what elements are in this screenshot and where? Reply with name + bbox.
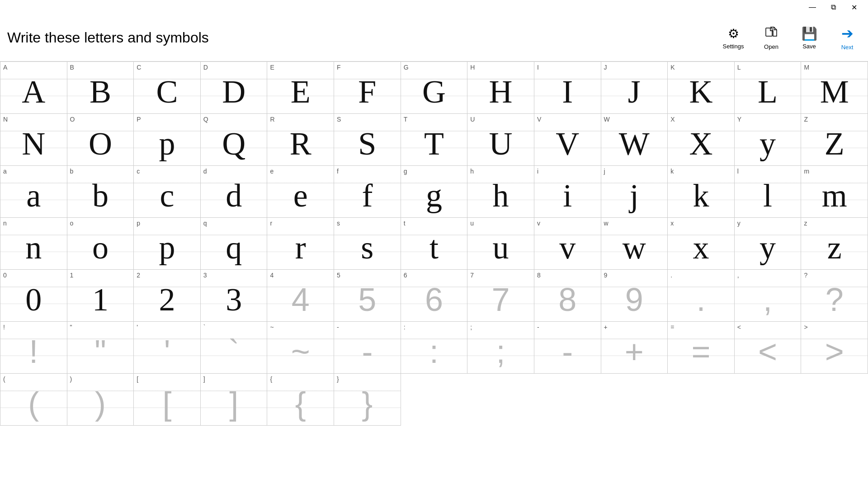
cell-label: ! xyxy=(3,324,5,331)
cell-sym[interactable]: {{ xyxy=(267,374,334,426)
cell-M[interactable]: MM xyxy=(801,62,868,114)
cell-sym[interactable]: [[ xyxy=(134,374,201,426)
cell-G[interactable]: GG xyxy=(401,62,468,114)
cell-sym[interactable]: ?? xyxy=(801,270,868,322)
open-action[interactable]: Open xyxy=(758,26,785,50)
cell-n[interactable]: nn xyxy=(0,218,67,270)
cell-6[interactable]: 66 xyxy=(401,270,468,322)
cell-W[interactable]: WW xyxy=(601,114,668,166)
cell-e[interactable]: ee xyxy=(267,166,334,218)
cell-N[interactable]: NN xyxy=(0,114,67,166)
cell-B[interactable]: BB xyxy=(67,62,134,114)
cell-sym[interactable]: )) xyxy=(67,374,134,426)
cell-C[interactable]: CC xyxy=(134,62,201,114)
cell-Q[interactable]: QQ xyxy=(201,114,268,166)
letters-grid: AABBCCDDEEFFGGHHIIJJKKLLMMNNOOPpQQRRSSTT… xyxy=(0,61,868,426)
cell-sym[interactable]: == xyxy=(668,322,735,374)
cell-s[interactable]: ss xyxy=(334,218,401,270)
cell-sym[interactable]: >> xyxy=(801,322,868,374)
cell-o[interactable]: oo xyxy=(67,218,134,270)
cell-D[interactable]: DD xyxy=(201,62,268,114)
cell-H[interactable]: HH xyxy=(467,62,534,114)
cell-p[interactable]: pp xyxy=(134,218,201,270)
cell-sym[interactable]: ++ xyxy=(601,322,668,374)
cell-sym[interactable]: << xyxy=(735,322,802,374)
cell-i[interactable]: ii xyxy=(534,166,601,218)
cell-label: o xyxy=(70,220,74,227)
cell-3[interactable]: 33 xyxy=(201,270,268,322)
cell-m[interactable]: mm xyxy=(801,166,868,218)
cell-2[interactable]: 22 xyxy=(134,270,201,322)
cell-K[interactable]: KK xyxy=(668,62,735,114)
cell-Y[interactable]: Yy xyxy=(735,114,802,166)
cell-l[interactable]: ll xyxy=(735,166,802,218)
cell-sym[interactable]: '' xyxy=(134,322,201,374)
cell-sym[interactable]: :: xyxy=(401,322,468,374)
cell-sym[interactable]: -- xyxy=(534,322,601,374)
cell-sym[interactable]: ,, xyxy=(735,270,802,322)
cell-R[interactable]: RR xyxy=(267,114,334,166)
cell-L[interactable]: LL xyxy=(735,62,802,114)
cell-Z[interactable]: ZZ xyxy=(801,114,868,166)
cell-U[interactable]: UU xyxy=(467,114,534,166)
cell-v[interactable]: vv xyxy=(534,218,601,270)
minimize-button[interactable]: — xyxy=(802,0,823,14)
cell-V[interactable]: VV xyxy=(534,114,601,166)
maximize-button[interactable]: ⧉ xyxy=(823,0,844,14)
cell-char: d xyxy=(203,176,264,216)
cell-S[interactable]: SS xyxy=(334,114,401,166)
cell-J[interactable]: JJ xyxy=(601,62,668,114)
cell-char: a xyxy=(3,176,64,216)
cell-char: e xyxy=(270,176,331,216)
cell-7[interactable]: 77 xyxy=(467,270,534,322)
cell-g[interactable]: gg xyxy=(401,166,468,218)
cell-t[interactable]: tt xyxy=(401,218,468,270)
cell-label: Y xyxy=(737,116,741,123)
cell-sym[interactable]: ;; xyxy=(467,322,534,374)
cell-sym[interactable]: !! xyxy=(0,322,67,374)
cell-c[interactable]: cc xyxy=(134,166,201,218)
cell-O[interactable]: OO xyxy=(67,114,134,166)
cell-y[interactable]: yy xyxy=(735,218,802,270)
cell-w[interactable]: ww xyxy=(601,218,668,270)
cell-E[interactable]: EE xyxy=(267,62,334,114)
cell-b[interactable]: bb xyxy=(67,166,134,218)
cell-sym[interactable]: ]] xyxy=(201,374,268,426)
cell-sym[interactable]: "" xyxy=(67,322,134,374)
cell-j[interactable]: jj xyxy=(601,166,668,218)
cell-h[interactable]: hh xyxy=(467,166,534,218)
cell-P[interactable]: Pp xyxy=(134,114,201,166)
cell-A[interactable]: AA xyxy=(0,62,67,114)
cell-sym[interactable]: .. xyxy=(668,270,735,322)
cell-x[interactable]: xx xyxy=(668,218,735,270)
cell-char: > xyxy=(804,332,865,371)
cell-5[interactable]: 55 xyxy=(334,270,401,322)
cell-F[interactable]: FF xyxy=(334,62,401,114)
cell-z[interactable]: zz xyxy=(801,218,868,270)
cell-sym[interactable]: `` xyxy=(201,322,268,374)
cell-8[interactable]: 88 xyxy=(534,270,601,322)
cell-sym[interactable]: }} xyxy=(334,374,401,426)
cell-9[interactable]: 99 xyxy=(601,270,668,322)
cell-T[interactable]: TT xyxy=(401,114,468,166)
cell-X[interactable]: XX xyxy=(668,114,735,166)
cell-char: 2 xyxy=(137,280,198,319)
save-action[interactable]: 💾 Save xyxy=(796,26,823,50)
settings-action[interactable]: ⚙ Settings xyxy=(720,26,747,50)
cell-sym[interactable]: (( xyxy=(0,374,67,426)
close-button[interactable]: ✕ xyxy=(844,0,864,14)
cell-sym[interactable]: -- xyxy=(334,322,401,374)
next-action[interactable]: ➔ Next xyxy=(834,25,861,51)
cell-f[interactable]: ff xyxy=(334,166,401,218)
cell-r[interactable]: rr xyxy=(267,218,334,270)
cell-a[interactable]: aa xyxy=(0,166,67,218)
cell-k[interactable]: kk xyxy=(668,166,735,218)
cell-u[interactable]: uu xyxy=(467,218,534,270)
cell-4[interactable]: 44 xyxy=(267,270,334,322)
cell-d[interactable]: dd xyxy=(201,166,268,218)
cell-1[interactable]: 11 xyxy=(67,270,134,322)
cell-I[interactable]: II xyxy=(534,62,601,114)
cell-sym[interactable]: ~~ xyxy=(267,322,334,374)
cell-q[interactable]: qq xyxy=(201,218,268,270)
cell-0[interactable]: 00 xyxy=(0,270,67,322)
